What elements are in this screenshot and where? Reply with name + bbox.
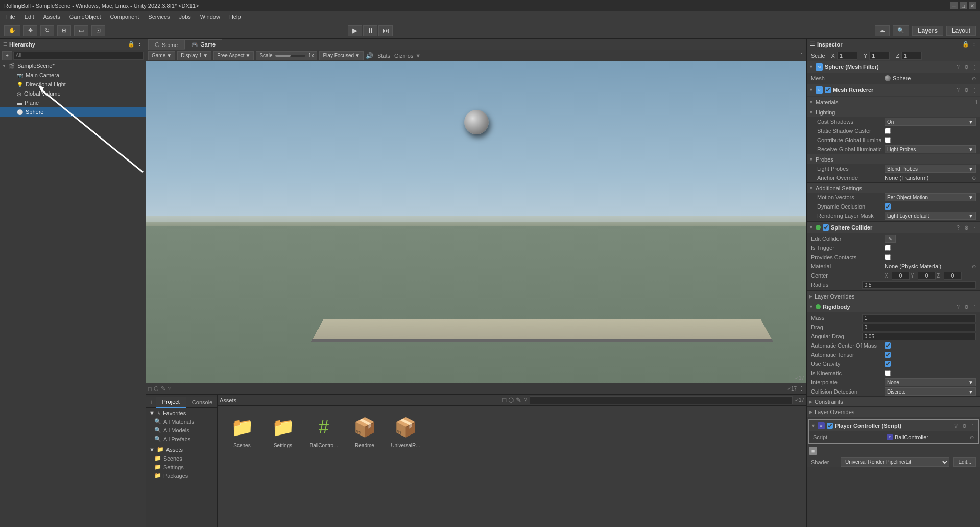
center-z-input[interactable] <box>944 272 962 280</box>
rigidbody-menu-button[interactable]: ⋮ <box>971 303 978 310</box>
close-button[interactable]: ✕ <box>969 2 976 9</box>
layer-overrides-header-1[interactable]: ▶ Layer Overrides <box>807 291 980 301</box>
maximize-button[interactable]: □ <box>960 2 967 9</box>
shader-edit-button[interactable]: Edit... <box>953 457 976 467</box>
minimize-button[interactable]: ─ <box>950 2 958 9</box>
search-button[interactable]: 🔍 <box>893 25 909 36</box>
pc-help-button[interactable]: ? <box>952 422 960 429</box>
layout-dropdown[interactable]: Layout <box>946 26 976 36</box>
sidebar-scenes[interactable]: 📁 Scenes <box>146 454 217 463</box>
static-shadow-checkbox[interactable] <box>885 128 891 134</box>
menu-services[interactable]: Services <box>144 13 174 21</box>
radius-input[interactable] <box>862 281 976 289</box>
tab-scene[interactable]: ⬡ Scene <box>148 39 184 50</box>
mesh-renderer-settings-button[interactable]: ⚙ <box>963 86 970 94</box>
angular-drag-input[interactable] <box>862 333 976 340</box>
toolbar-rotate-tool[interactable]: ↻ <box>40 25 54 36</box>
gizmos-dropdown[interactable]: Gizmos <box>394 53 413 59</box>
auto-center-mass-checkbox[interactable] <box>885 342 891 349</box>
additional-settings-header[interactable]: ▼ Additional Settings <box>807 182 980 193</box>
menu-jobs[interactable]: Jobs <box>175 13 195 21</box>
light-probes-dropdown[interactable]: Blend Probes ▼ <box>885 165 976 173</box>
step-button[interactable]: ⏭ <box>378 25 393 36</box>
hierarchy-search-input[interactable] <box>13 52 144 60</box>
scene-menu-icon[interactable]: ⋮ <box>799 52 804 59</box>
assets-view-btn4[interactable]: ? <box>523 396 527 404</box>
tab-console[interactable]: Console <box>186 397 218 408</box>
is-trigger-checkbox[interactable] <box>885 245 891 251</box>
menu-help[interactable]: Help <box>225 13 245 21</box>
pause-button[interactable]: ⏸ <box>363 25 377 36</box>
scale-y-input[interactable] <box>869 52 890 60</box>
center-x-input[interactable] <box>892 272 910 280</box>
drag-input[interactable] <box>862 324 976 331</box>
mesh-renderer-header[interactable]: ▼ R Mesh Renderer ? ⚙ ⋮ <box>807 84 980 96</box>
menu-gameobject[interactable]: GameObject <box>65 13 105 21</box>
sphere-collider-help-button[interactable]: ? <box>954 224 962 231</box>
rendering-layer-dropdown[interactable]: Light Layer default ▼ <box>885 212 976 220</box>
center-y-input[interactable] <box>918 272 936 280</box>
material-select-button[interactable]: ⊙ <box>972 264 976 269</box>
display-dropdown[interactable]: Display 1 ▼ <box>177 51 211 60</box>
aspect-dropdown[interactable]: Free Aspect ▼ <box>213 51 254 60</box>
interpolate-dropdown[interactable]: None ▼ <box>885 378 976 386</box>
menu-component[interactable]: Component <box>106 13 143 21</box>
use-gravity-checkbox[interactable] <box>885 361 891 367</box>
hierarchy-item-global-volume[interactable]: ▶ ◎ Global Volume <box>0 89 146 98</box>
inspector-menu-icon[interactable]: ⋮ <box>971 41 977 48</box>
asset-item-scenes[interactable]: 📁 Scenes <box>226 414 258 519</box>
hierarchy-menu-icon[interactable]: ⋮ <box>137 41 142 48</box>
sphere-collider-menu-button[interactable]: ⋮ <box>971 224 978 231</box>
mass-input[interactable] <box>862 314 976 322</box>
stats-button[interactable]: Stats <box>377 53 390 59</box>
sidebar-all-prefabs[interactable]: 🔍 All Prefabs <box>146 434 217 443</box>
play-focused-dropdown[interactable]: Play Focused ▼ <box>319 51 364 60</box>
tab-project[interactable]: Project <box>156 397 186 408</box>
materials-section-header[interactable]: ▼ Materials 1 <box>807 97 980 107</box>
menu-file[interactable]: File <box>2 13 19 21</box>
hierarchy-item-samplescene[interactable]: ▼ 🎬 SampleScene* <box>0 61 146 71</box>
toolbar-move-tool[interactable]: ✥ <box>23 25 37 36</box>
player-controller-enable-checkbox[interactable] <box>827 423 833 429</box>
pc-menu-button[interactable]: ⋮ <box>969 422 976 429</box>
player-controller-header[interactable]: ▼ # Player Controller (Script) ? ⚙ ⋮ <box>809 420 978 431</box>
hierarchy-lock-icon[interactable]: 🔒 <box>128 41 135 48</box>
toolbar-transform-tool[interactable]: ⊡ <box>91 25 105 36</box>
mesh-filter-header[interactable]: ▼ M Sphere (Mesh Filter) ? ⚙ ⋮ <box>807 61 980 73</box>
scale-z-input[interactable] <box>901 52 922 60</box>
provides-contacts-checkbox[interactable] <box>885 254 891 260</box>
hierarchy-item-directional-light[interactable]: ▶ 💡 Directional Light <box>0 80 146 89</box>
rigidbody-settings-button[interactable]: ⚙ <box>963 303 970 310</box>
assets-search-input[interactable] <box>530 396 793 404</box>
cast-shadows-dropdown[interactable]: On ▼ <box>885 118 976 126</box>
sidebar-packages[interactable]: 📁 Packages <box>146 471 217 480</box>
mesh-select-button[interactable]: ⊙ <box>972 76 976 81</box>
probes-section-header[interactable]: ▼ Probes <box>807 154 980 164</box>
hierarchy-item-main-camera[interactable]: ▶ 📷 Main Camera <box>0 71 146 80</box>
sphere-collider-header[interactable]: ▼ Sphere Collider ? ⚙ ⋮ <box>807 222 980 233</box>
mesh-filter-menu-button[interactable]: ⋮ <box>971 63 978 71</box>
sidebar-all-models[interactable]: 🔍 All Models <box>146 426 217 434</box>
assets-view-btn2[interactable]: ⬡ <box>508 396 514 404</box>
layers-dropdown[interactable]: Layers <box>912 26 943 36</box>
scale-control[interactable]: Scale 1x <box>256 51 317 60</box>
tab-game[interactable]: 🎮 Game <box>184 39 222 50</box>
hierarchy-item-plane[interactable]: ▶ ▬ Plane <box>0 98 146 107</box>
toolbar-rect-tool[interactable]: ▭ <box>74 25 88 36</box>
play-button[interactable]: ▶ <box>348 25 362 36</box>
mesh-filter-help-button[interactable]: ? <box>954 63 962 71</box>
menu-assets[interactable]: Assets <box>39 13 64 21</box>
auto-tensor-checkbox[interactable] <box>885 352 891 358</box>
asset-item-universal-render[interactable]: 📦 UniversalR... <box>389 414 422 519</box>
asset-item-ballcontroller[interactable]: # BallContro... <box>307 414 340 519</box>
pc-settings-button[interactable]: ⚙ <box>961 422 968 429</box>
hierarchy-item-sphere[interactable]: ▶ ⚪ Sphere <box>0 107 146 117</box>
layer-overrides-header-2[interactable]: ▶ Layer Overrides <box>807 406 980 417</box>
game-view[interactable]: ✓17 <box>146 61 806 383</box>
inspector-lock-icon[interactable]: 🔒 <box>962 41 969 48</box>
mesh-renderer-enable-checkbox[interactable] <box>825 87 831 93</box>
mesh-renderer-menu-button[interactable]: ⋮ <box>971 86 978 94</box>
motion-vectors-dropdown[interactable]: Per Object Motion ▼ <box>885 193 976 201</box>
assets-tree-header[interactable]: ▼ 📁 Assets <box>146 445 217 454</box>
add-asset-button[interactable]: + <box>146 397 156 407</box>
